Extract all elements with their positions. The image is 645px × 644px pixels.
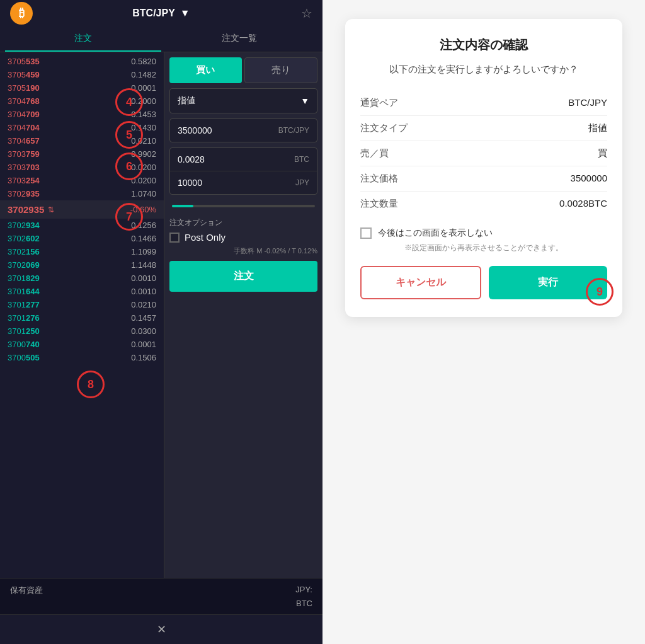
modal-row-side: 売／買 買 — [360, 141, 607, 166]
no-show-checkbox[interactable] — [360, 227, 372, 239]
buy-button[interactable]: 買い — [169, 57, 242, 83]
modal-question: 以下の注文を実行しますがよろしいですか？ — [360, 64, 607, 76]
order-type-select[interactable]: 指値 ▼ — [169, 88, 317, 113]
price-change: -0.60% — [130, 205, 156, 214]
bottom-bar: 保有資産 JPY: BTC — [0, 578, 322, 614]
btc-label: BTC — [296, 599, 312, 608]
modal-label-side: 売／買 — [360, 147, 389, 159]
sell-order-row[interactable]: 3703703 0.0200 — [0, 161, 164, 174]
bitcoin-logo: ₿ — [10, 2, 33, 25]
sell-order-row[interactable]: 3705535 0.5820 — [0, 55, 164, 68]
buy-order-row[interactable]: 3701644 0.0010 — [0, 285, 164, 298]
sell-button[interactable]: 売り — [244, 57, 318, 83]
bottom-row-btc: BTC — [10, 597, 312, 609]
amount-value: 0.0028 — [178, 154, 294, 164]
buy-order-row[interactable]: 3702934 0.1256 — [0, 219, 164, 232]
amount-unit: BTC — [294, 155, 309, 164]
sell-order-row[interactable]: 3704657 0.0210 — [0, 134, 164, 147]
modal-value-qty: 0.0028BTC — [559, 198, 607, 210]
modal-label-qty: 注文数量 — [360, 198, 398, 210]
buy-order-row[interactable]: 3701250 0.0300 — [0, 325, 164, 338]
main-content: 3705535 0.5820 3705459 0.1482 3705190 0.… — [0, 52, 322, 578]
no-show-label: 今後はこの画面を表示しない — [378, 227, 493, 239]
buy-order-row[interactable]: 3700505 0.1506 — [0, 351, 164, 364]
post-only-checkbox[interactable] — [169, 233, 180, 243]
order-type-value: 指値 — [178, 95, 195, 106]
tab-order-list[interactable]: 注文一覧 — [161, 26, 317, 52]
fee-info: 手数料 M -0.02% / T 0.12% — [169, 246, 317, 256]
modal-value-price: 3500000 — [571, 173, 607, 185]
modal-label-pair: 通貨ペア — [360, 97, 398, 109]
current-price-row: 3702935 ⇅ -0.60% — [0, 200, 164, 219]
modal-label-type: 注文タイプ — [360, 122, 408, 134]
sell-order-row[interactable]: 3704709 0.1453 — [0, 108, 164, 121]
star-icon[interactable]: ☆ — [301, 6, 312, 21]
execute-button[interactable]: 実行 — [489, 266, 607, 299]
modal-note: ※設定画面から再表示させることができます。 — [360, 243, 607, 253]
modal-row-pair: 通貨ペア BTC/JPY — [360, 91, 607, 116]
order-book: 3705535 0.5820 3705459 0.1482 3705190 0.… — [0, 52, 164, 578]
total-row[interactable]: 10000 JPY — [170, 171, 317, 194]
price-input-group: 3500000 BTC/JPY — [169, 118, 317, 142]
slider-bar — [172, 205, 315, 207]
post-only-row: Post Only — [169, 232, 317, 243]
right-panel: 注文内容の確認 以下の注文を実行しますがよろしいですか？ 通貨ペア BTC/JP… — [322, 0, 645, 644]
total-unit: JPY — [295, 178, 309, 187]
buy-order-row[interactable]: 3700740 0.0001 — [0, 338, 164, 351]
sell-order-row[interactable]: 3704704 0.1430 — [0, 121, 164, 134]
modal-row-type: 注文タイプ 指値 — [360, 116, 607, 141]
amount-row[interactable]: 0.0028 BTC — [170, 148, 317, 171]
price-value: 3500000 — [178, 125, 278, 135]
slider-row[interactable] — [169, 200, 317, 212]
jpy-label: JPY: — [295, 585, 312, 596]
order-submit-button[interactable]: 注文 — [169, 261, 317, 292]
modal-value-pair: BTC/JPY — [568, 97, 607, 109]
options-label: 注文オプション — [169, 217, 317, 228]
dropdown-arrow: ▼ — [180, 8, 190, 19]
dropdown-arrow-icon: ▼ — [300, 96, 309, 106]
order-form: 買い 売り 指値 ▼ 3500000 BTC/JPY 0.0028 BTC — [164, 52, 322, 578]
sell-order-row[interactable]: 3703759 0.9902 — [0, 147, 164, 161]
slider-fill — [172, 205, 193, 207]
tabs-row: 注文 注文一覧 — [0, 26, 322, 52]
modal-card: 注文内容の確認 以下の注文を実行しますがよろしいですか？ 通貨ペア BTC/JP… — [345, 19, 622, 317]
sell-order-row[interactable]: 3702935 1.0740 — [0, 187, 164, 200]
modal-checkbox-row: 今後はこの画面を表示しない — [360, 227, 607, 239]
trading-pair: BTC/JPY — [132, 8, 175, 19]
buy-order-row[interactable]: 3702069 1.1448 — [0, 258, 164, 272]
buy-sell-tabs: 買い 売り — [169, 57, 317, 83]
modal-value-side: 買 — [598, 147, 607, 159]
bottom-row-jpy: 保有資産 JPY: — [10, 584, 312, 597]
close-icon[interactable]: ✕ — [157, 623, 166, 636]
post-only-label: Post Only — [185, 232, 225, 243]
modal-buttons-wrapper: キャンセル 実行 9 — [360, 266, 607, 299]
pair-selector[interactable]: BTC/JPY ▼ — [132, 8, 190, 19]
sell-order-row[interactable]: 3703254 0.0200 — [0, 174, 164, 187]
price-unit: BTC/JPY — [278, 126, 309, 135]
buy-order-row[interactable]: 3701276 0.1457 — [0, 311, 164, 325]
close-bar: ✕ — [0, 614, 322, 644]
price-arrows: ⇅ — [48, 205, 54, 214]
price-row[interactable]: 3500000 BTC/JPY — [170, 119, 317, 142]
total-value: 10000 — [178, 178, 295, 188]
modal-title: 注文内容の確認 — [360, 37, 607, 54]
sell-order-row[interactable]: 3705459 0.1482 — [0, 68, 164, 81]
asset-label: 保有資産 — [10, 585, 43, 596]
sell-order-row[interactable]: 3705190 0.0001 — [0, 81, 164, 95]
sell-order-row[interactable]: 3704768 0.2000 — [0, 95, 164, 108]
modal-row-price: 注文価格 3500000 — [360, 166, 607, 192]
header-bar: ₿ BTC/JPY ▼ ☆ — [0, 0, 322, 26]
buy-order-row[interactable]: 3701277 0.0210 — [0, 298, 164, 311]
amount-input-group: 0.0028 BTC 10000 JPY — [169, 147, 317, 195]
buy-order-row[interactable]: 3702602 0.1466 — [0, 232, 164, 245]
modal-row-qty: 注文数量 0.0028BTC — [360, 192, 607, 216]
buy-order-row[interactable]: 3702156 1.1099 — [0, 245, 164, 258]
tab-order[interactable]: 注文 — [5, 26, 161, 52]
buy-order-row[interactable]: 3701829 0.0010 — [0, 272, 164, 285]
cancel-button[interactable]: キャンセル — [360, 266, 481, 299]
modal-label-price: 注文価格 — [360, 173, 398, 185]
current-price: 3702935 — [8, 204, 44, 215]
modal-value-type: 指値 — [588, 122, 607, 134]
